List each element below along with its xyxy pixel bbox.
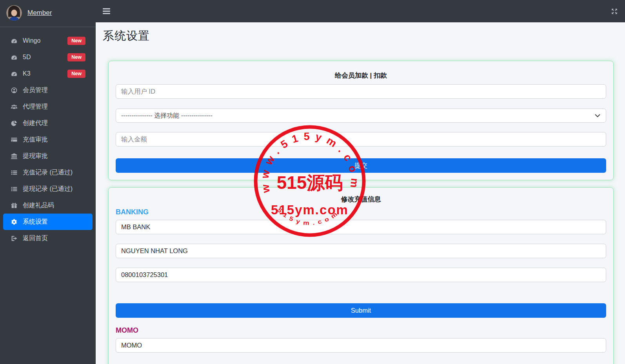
- recharge-info-card: 修改充值信息 BANKING Submit MOMO: [108, 187, 614, 364]
- adjust-balance-card: 给会员加款 | 扣款 --------------- 选择功能 --------…: [108, 61, 614, 180]
- gauge-icon: [10, 71, 18, 77]
- sidebar-nav: Wingo New 5D New K3 New 会员管理: [0, 27, 96, 246]
- amount-input[interactable]: [116, 132, 606, 147]
- recharge-submit-button[interactable]: Submit: [116, 303, 606, 318]
- sidebar-item-withdraw-records[interactable]: 提现记录 (已通过): [0, 181, 96, 197]
- new-badge: New: [67, 53, 85, 62]
- bank-name-input[interactable]: [116, 220, 606, 234]
- pie-chart-icon: [10, 120, 18, 127]
- sidebar-item-agent-management[interactable]: 代理管理: [0, 98, 96, 115]
- chevron-down-icon: [595, 114, 600, 118]
- expand-arrows-icon[interactable]: [611, 8, 618, 15]
- avatar-image: [6, 5, 22, 21]
- sidebar-item-recharge-approval[interactable]: 充值审批: [0, 131, 96, 148]
- sidebar-item-label: 系统设置: [23, 218, 48, 226]
- momo-input[interactable]: [116, 338, 606, 353]
- sidebar-item-back-home[interactable]: 返回首页: [0, 230, 96, 246]
- sidebar-item-label: 提现记录 (已通过): [23, 185, 73, 193]
- sidebar-item-label: 会员管理: [23, 86, 48, 94]
- adjust-balance-card-title: 给会员加款 | 扣款: [116, 71, 606, 80]
- sidebar-item-label: 充值审批: [23, 136, 48, 144]
- list-icon: [10, 186, 18, 192]
- avatar[interactable]: [6, 5, 22, 21]
- recharge-info-card-title: 修改充值信息: [116, 195, 606, 204]
- banking-section-label: BANKING: [116, 208, 606, 216]
- account-number-input[interactable]: [116, 268, 606, 282]
- adjust-submit-button[interactable]: 提交: [116, 158, 606, 173]
- sign-out-icon: [10, 235, 18, 242]
- sidebar-item-system-settings[interactable]: 系统设置: [3, 214, 93, 230]
- sidebar-item-wingo[interactable]: Wingo New: [0, 33, 96, 49]
- gauge-icon: [10, 54, 18, 61]
- function-select[interactable]: --------------- 选择功能 ---------------: [116, 109, 606, 123]
- main-content: 系统设置 给会员加款 | 扣款 --------------- 选择功能 ---…: [96, 22, 625, 364]
- sidebar-item-recharge-records[interactable]: 充值记录 (已通过): [0, 164, 96, 181]
- sidebar-item-withdraw-approval[interactable]: 提现审批: [0, 148, 96, 164]
- sidebar-item-label: Wingo: [23, 37, 40, 44]
- user-icon: [10, 87, 18, 94]
- gauge-icon: [10, 38, 18, 44]
- topbar: [96, 0, 625, 22]
- users-icon: [10, 103, 18, 110]
- sidebar-item-label: 返回首页: [23, 234, 48, 243]
- gear-icon: [10, 219, 18, 225]
- sidebar-item-label: 创建礼品码: [23, 201, 54, 210]
- sidebar-item-create-agent[interactable]: 创建代理: [0, 115, 96, 131]
- sidebar-item-member-management[interactable]: 会员管理: [0, 82, 96, 98]
- list-icon: [10, 169, 18, 176]
- sidebar-item-k3[interactable]: K3 New: [0, 65, 96, 82]
- credit-card-icon: [10, 136, 18, 143]
- user-panel: Member: [0, 0, 96, 27]
- sidebar-item-label: 代理管理: [23, 103, 48, 111]
- sidebar-item-label: 提现审批: [23, 152, 48, 160]
- account-name-input[interactable]: [116, 244, 606, 258]
- user-name-link[interactable]: Member: [27, 9, 52, 17]
- sidebar-item-label: 5D: [23, 54, 31, 61]
- sidebar-item-create-gift-code[interactable]: 创建礼品码: [0, 197, 96, 214]
- bank-icon: [10, 153, 18, 159]
- sidebar: Member Wingo New 5D New K3 New: [0, 0, 96, 364]
- sidebar-item-label: 充值记录 (已通过): [23, 168, 73, 177]
- user-id-input[interactable]: [116, 84, 606, 99]
- gift-icon: [10, 202, 18, 209]
- sidebar-item-label: K3: [23, 70, 31, 77]
- momo-section-label: MOMO: [116, 326, 606, 335]
- function-select-value: --------------- 选择功能 ---------------: [121, 112, 213, 120]
- new-badge: New: [67, 70, 85, 78]
- hamburger-icon[interactable]: [103, 8, 110, 14]
- page-title: 系统设置: [103, 28, 150, 44]
- new-badge: New: [67, 37, 85, 45]
- sidebar-item-5d[interactable]: 5D New: [0, 49, 96, 65]
- sidebar-item-label: 创建代理: [23, 119, 48, 127]
